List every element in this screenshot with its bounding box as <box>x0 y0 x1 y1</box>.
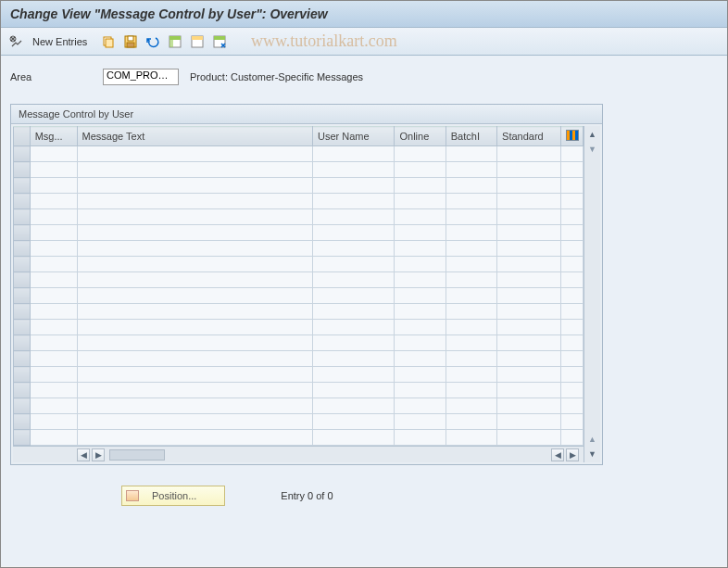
table-row[interactable] <box>14 288 584 304</box>
table-cell[interactable] <box>395 288 446 304</box>
table-row[interactable] <box>14 209 584 225</box>
col-msg[interactable]: Msg... <box>30 127 77 146</box>
table-cell[interactable] <box>560 383 583 398</box>
row-selector[interactable] <box>14 225 31 241</box>
table-cell[interactable] <box>77 225 312 241</box>
col-batch[interactable]: BatchI <box>446 127 496 146</box>
table-cell[interactable] <box>395 320 446 335</box>
table-cell[interactable] <box>312 304 394 320</box>
table-cell[interactable] <box>312 272 394 288</box>
row-selector[interactable] <box>14 414 31 430</box>
table-cell[interactable] <box>446 335 496 351</box>
table-cell[interactable] <box>560 272 583 288</box>
table-row[interactable] <box>14 398 584 414</box>
table-cell[interactable] <box>395 178 446 194</box>
row-selector[interactable] <box>14 320 31 335</box>
table-cell[interactable] <box>312 178 394 194</box>
table-cell[interactable] <box>77 209 312 225</box>
table-cell[interactable] <box>395 209 446 225</box>
table-cell[interactable] <box>446 209 496 225</box>
table-cell[interactable] <box>77 414 312 430</box>
table-row[interactable] <box>14 178 584 194</box>
table-cell[interactable] <box>77 367 312 383</box>
table-cell[interactable] <box>77 257 312 272</box>
table-row[interactable] <box>14 383 584 398</box>
table-cell[interactable] <box>497 178 561 194</box>
table-cell[interactable] <box>497 288 561 304</box>
table-cell[interactable] <box>30 430 77 446</box>
table-cell[interactable] <box>312 288 394 304</box>
table-cell[interactable] <box>30 257 77 272</box>
select-all-icon[interactable] <box>165 32 185 52</box>
table-cell[interactable] <box>395 146 446 162</box>
row-selector[interactable] <box>14 257 31 272</box>
table-cell[interactable] <box>560 398 583 414</box>
table-cell[interactable] <box>30 351 77 367</box>
table-cell[interactable] <box>312 430 394 446</box>
table-cell[interactable] <box>77 178 312 194</box>
table-cell[interactable] <box>30 178 77 194</box>
table-cell[interactable] <box>446 178 496 194</box>
table-row[interactable] <box>14 335 584 351</box>
table-cell[interactable] <box>446 288 496 304</box>
table-row[interactable] <box>14 414 584 430</box>
copy-icon[interactable] <box>98 32 119 52</box>
row-selector[interactable] <box>14 241 31 257</box>
table-row[interactable] <box>14 351 584 367</box>
table-cell[interactable] <box>77 335 312 351</box>
table-cell[interactable] <box>395 162 446 178</box>
table-cell[interactable] <box>497 225 561 241</box>
table-cell[interactable] <box>497 383 561 398</box>
table-cell[interactable] <box>497 414 561 430</box>
table-cell[interactable] <box>312 335 394 351</box>
table-cell[interactable] <box>446 383 496 398</box>
table-cell[interactable] <box>446 272 496 288</box>
table-cell[interactable] <box>312 162 394 178</box>
table-cell[interactable] <box>395 272 446 288</box>
table-cell[interactable] <box>560 430 583 446</box>
table-cell[interactable] <box>30 367 77 383</box>
table-row[interactable] <box>14 225 584 241</box>
table-row[interactable] <box>14 367 584 383</box>
table-cell[interactable] <box>30 398 77 414</box>
table-cell[interactable] <box>77 162 312 178</box>
vscroll-down-icon[interactable]: ▼ <box>586 448 599 461</box>
table-cell[interactable] <box>560 162 583 178</box>
table-cell[interactable] <box>446 304 496 320</box>
table-cell[interactable] <box>312 398 394 414</box>
table-cell[interactable] <box>395 383 446 398</box>
deselect-all-icon[interactable] <box>209 32 230 52</box>
row-selector[interactable] <box>14 351 31 367</box>
col-standard[interactable]: Standard <box>497 127 561 146</box>
table-row[interactable] <box>14 272 584 288</box>
row-selector[interactable] <box>14 272 31 288</box>
table-cell[interactable] <box>560 194 583 209</box>
table-cell[interactable] <box>30 320 77 335</box>
table-cell[interactable] <box>77 272 312 288</box>
table-cell[interactable] <box>30 414 77 430</box>
table-cell[interactable] <box>446 367 496 383</box>
row-selector[interactable] <box>14 194 31 209</box>
table-cell[interactable] <box>560 320 583 335</box>
table-cell[interactable] <box>312 225 394 241</box>
table-cell[interactable] <box>30 209 77 225</box>
area-input[interactable]: COM_PRO… <box>103 69 179 85</box>
table-cell[interactable] <box>312 383 394 398</box>
table-cell[interactable] <box>395 414 446 430</box>
table-cell[interactable] <box>395 351 446 367</box>
table-cell[interactable] <box>560 367 583 383</box>
new-entries-button[interactable]: New Entries <box>29 36 96 47</box>
table-cell[interactable] <box>77 430 312 446</box>
table-cell[interactable] <box>77 398 312 414</box>
table-cell[interactable] <box>497 367 561 383</box>
table-cell[interactable] <box>446 194 496 209</box>
table-row[interactable] <box>14 241 584 257</box>
table-cell[interactable] <box>77 320 312 335</box>
table-cell[interactable] <box>395 335 446 351</box>
table-cell[interactable] <box>560 178 583 194</box>
select-all-header[interactable] <box>14 127 31 146</box>
table-cell[interactable] <box>30 225 77 241</box>
table-cell[interactable] <box>497 304 561 320</box>
vscroll-up2-icon[interactable]: ▼ <box>586 143 599 156</box>
vscroll-down2-icon[interactable]: ▲ <box>586 433 599 446</box>
